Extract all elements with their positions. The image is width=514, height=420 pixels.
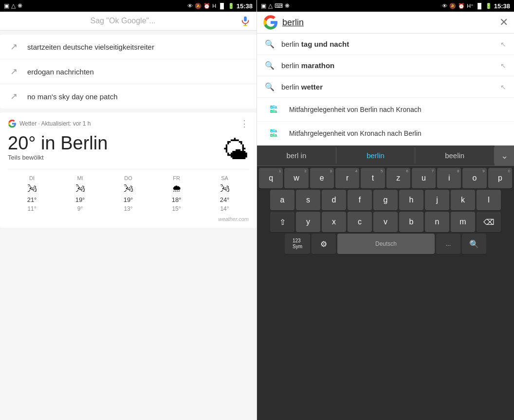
suggestion-item-2[interactable]: 🔍 berlin marathon ↖ bbox=[257, 55, 514, 76]
key-e[interactable]: 3e bbox=[310, 168, 334, 188]
battery-icon: 🔋 bbox=[228, 3, 235, 9]
key-q[interactable]: 1q bbox=[259, 168, 283, 188]
weather-menu-icon[interactable]: ⋮ bbox=[240, 118, 249, 129]
key-c[interactable]: c bbox=[348, 212, 372, 232]
forecast-di-low: 11° bbox=[27, 205, 36, 212]
key-l[interactable]: l bbox=[477, 190, 501, 210]
left-status-icons-right: 👁 🔕 ⏰ H ▐▌ 🔋 15:38 bbox=[187, 2, 253, 10]
key-m[interactable]: m bbox=[451, 212, 475, 232]
mute-icon: 🔕 bbox=[195, 3, 202, 9]
key-space[interactable]: Deutsch bbox=[337, 234, 435, 254]
trending-item-3[interactable]: ↗ no man's sky day one patch bbox=[0, 84, 257, 109]
key-s[interactable]: s bbox=[296, 190, 320, 210]
forecast-fr-high: 18° bbox=[172, 196, 182, 203]
key-i[interactable]: 8i bbox=[437, 168, 461, 188]
kb-suggestion-0[interactable]: berl in bbox=[257, 147, 336, 164]
key-b[interactable]: b bbox=[399, 212, 423, 232]
suggestion-text-3: berlin wetter bbox=[281, 83, 494, 91]
blabla-item-2[interactable]: Bla Bla Mitfahrgelegenheit von Kronach n… bbox=[257, 122, 514, 146]
drive-icon-r: △ bbox=[268, 2, 273, 9]
kb-suggestion-1[interactable]: berlin bbox=[336, 147, 416, 164]
trending-icon-3: ↗ bbox=[8, 91, 19, 102]
key-shift[interactable]: ⇧ bbox=[270, 212, 294, 232]
trending-icon-1: ↗ bbox=[8, 41, 19, 52]
key-a[interactable]: a bbox=[270, 190, 294, 210]
keyboard-collapse-button[interactable]: ⌄ bbox=[495, 146, 514, 165]
blabla-text-1: Mitfahrgelegenheit von Berlin nach Krona… bbox=[289, 105, 422, 114]
search-placeholder: Sag "Ok Google"... bbox=[6, 17, 240, 25]
key-d[interactable]: d bbox=[322, 190, 346, 210]
alarm-icon: ⏰ bbox=[203, 3, 210, 9]
key-y[interactable]: y bbox=[296, 212, 320, 232]
key-backspace[interactable]: ⌫ bbox=[477, 212, 501, 232]
key-g[interactable]: g bbox=[373, 190, 398, 210]
hplus-icon-r: H⁺ bbox=[467, 3, 474, 9]
weather-forecast: DI 🌬 21° 11° MI 🌬 19° 9° DO 🌬 19° 13° FR… bbox=[8, 169, 249, 212]
weather-credit: weather.com bbox=[8, 216, 249, 222]
key-row-1: 1q 2w 3e 4r 5t 6z 7u 8i 9o 0p bbox=[258, 168, 513, 188]
key-dots[interactable]: … bbox=[436, 234, 460, 254]
clear-icon[interactable]: ✕ bbox=[499, 16, 508, 29]
weather-description: Teils bewölkt bbox=[8, 154, 108, 161]
forecast-mi-icon: 🌬 bbox=[75, 183, 85, 194]
key-p[interactable]: 0p bbox=[488, 168, 512, 188]
key-f[interactable]: f bbox=[348, 190, 372, 210]
eye-icon-r: 👁 bbox=[442, 3, 447, 9]
key-row-4: 123Sym ⚙ Deutsch … 🔍 bbox=[258, 234, 513, 254]
weather-main: 20° in Berlin Teils bewölkt 🌤 bbox=[8, 133, 249, 167]
key-t[interactable]: 5t bbox=[361, 168, 385, 188]
left-search-bar[interactable]: Sag "Ok Google"... bbox=[0, 12, 257, 31]
suggestion-item-1[interactable]: 🔍 berlin tag und nacht ↖ bbox=[257, 34, 514, 55]
forecast-sa-low: 14° bbox=[220, 205, 229, 212]
key-w[interactable]: 2w bbox=[284, 168, 308, 188]
key-j[interactable]: j bbox=[425, 190, 449, 210]
mic-icon[interactable] bbox=[240, 16, 251, 26]
weather-icon-large: 🌤 bbox=[222, 137, 249, 163]
wifi-icon-r: ❋ bbox=[285, 2, 290, 9]
eye-icon: 👁 bbox=[187, 3, 193, 9]
arrow-icon-3: ↖ bbox=[500, 83, 506, 91]
key-k[interactable]: k bbox=[451, 190, 475, 210]
search-input[interactable] bbox=[282, 18, 496, 28]
arrow-icon-2: ↖ bbox=[500, 62, 506, 70]
left-status-bar: ▣ △ ❋ 👁 🔕 ⏰ H ▐▌ 🔋 15:38 bbox=[0, 0, 257, 12]
right-status-bar: ▣ △ ⌨ ❋ 👁 🔕 ⏰ H⁺ ▐▌ 🔋 15:38 bbox=[257, 0, 514, 12]
suggestion-text-1: berlin tag und nacht bbox=[281, 40, 494, 48]
forecast-sa-label: SA bbox=[221, 175, 228, 181]
trending-item-2[interactable]: ↗ erdogan nachrichten bbox=[0, 59, 257, 84]
forecast-mi-label: MI bbox=[77, 175, 83, 181]
forecast-day-mi: MI 🌬 19° 9° bbox=[56, 175, 104, 212]
svg-rect-0 bbox=[244, 17, 247, 21]
key-num-sym[interactable]: 123Sym bbox=[285, 234, 310, 254]
blabla-item-1[interactable]: Bla Bla Mitfahrgelegenheit von Berlin na… bbox=[257, 98, 514, 122]
search-icon-2: 🔍 bbox=[265, 61, 275, 70]
forecast-day-di: DI 🌬 21° 11° bbox=[8, 175, 56, 212]
key-r[interactable]: 4r bbox=[335, 168, 359, 188]
key-v[interactable]: v bbox=[373, 212, 398, 232]
forecast-fr-low: 15° bbox=[172, 205, 181, 212]
weather-card: Wetter · Aktualisiert: vor 1 h ⋮ 20° in … bbox=[0, 112, 257, 228]
battery-icon-r: 🔋 bbox=[485, 3, 492, 9]
weather-source-text: Wetter · Aktualisiert: vor 1 h bbox=[19, 120, 91, 127]
trending-item-1[interactable]: ↗ startzeiten deutsche vielseitigkeitsre… bbox=[0, 35, 257, 59]
kb-suggestion-2[interactable]: beelin bbox=[415, 147, 495, 164]
mute-icon-r: 🔕 bbox=[449, 3, 456, 9]
key-search[interactable]: 🔍 bbox=[462, 234, 486, 254]
weather-temperature: 20° in Berlin bbox=[8, 133, 108, 154]
blablacar-logo-2: Bla Bla bbox=[265, 128, 282, 139]
key-u[interactable]: 7u bbox=[412, 168, 436, 188]
key-settings[interactable]: ⚙ bbox=[312, 234, 336, 254]
key-x[interactable]: x bbox=[322, 212, 346, 232]
forecast-di-icon: 🌬 bbox=[27, 183, 37, 194]
trending-text-1: startzeiten deutsche vielseitigkeitsreit… bbox=[27, 43, 154, 51]
key-o[interactable]: 9o bbox=[462, 168, 486, 188]
key-h[interactable]: h bbox=[399, 190, 423, 210]
right-panel: ▣ △ ⌨ ❋ 👁 🔕 ⏰ H⁺ ▐▌ 🔋 15:38 ✕ 🔍 bbox=[257, 0, 514, 420]
key-z[interactable]: 6z bbox=[386, 168, 410, 188]
alarm-icon-r: ⏰ bbox=[458, 3, 465, 9]
signal-icon: ▐▌ bbox=[218, 3, 226, 9]
arrow-icon-1: ↖ bbox=[500, 40, 506, 48]
key-n[interactable]: n bbox=[425, 212, 449, 232]
search-icon-3: 🔍 bbox=[265, 82, 275, 91]
suggestion-item-3[interactable]: 🔍 berlin wetter ↖ bbox=[257, 76, 514, 97]
